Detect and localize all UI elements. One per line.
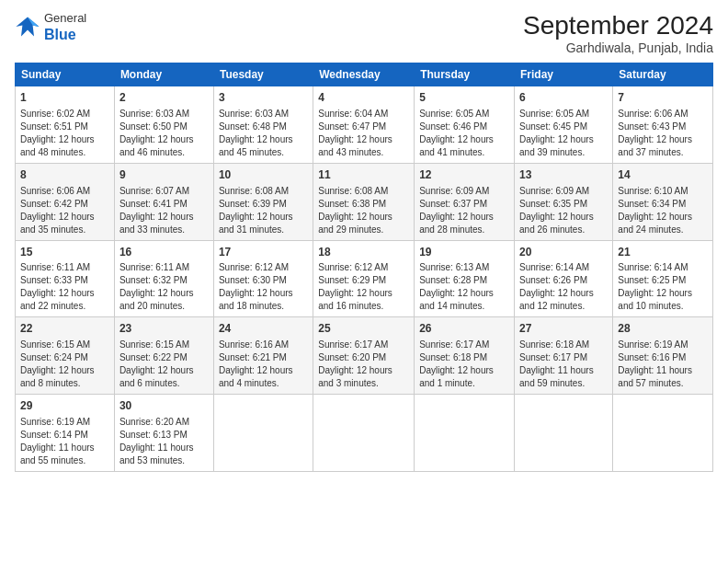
table-row: 3Sunrise: 6:03 AMSunset: 6:48 PMDaylight… [213, 86, 313, 164]
table-row: 7Sunrise: 6:06 AMSunset: 6:43 PMDaylight… [613, 86, 713, 164]
table-row: 10Sunrise: 6:08 AMSunset: 6:39 PMDayligh… [213, 163, 313, 240]
table-row: 9Sunrise: 6:07 AMSunset: 6:41 PMDaylight… [114, 163, 213, 240]
header-day-thursday: Thursday [415, 63, 515, 86]
logo: General Blue [15, 11, 86, 43]
logo-icon [15, 14, 40, 40]
table-row: 17Sunrise: 6:12 AMSunset: 6:30 PMDayligh… [213, 240, 313, 317]
table-row: 5Sunrise: 6:05 AMSunset: 6:46 PMDaylight… [415, 86, 515, 164]
logo-line1: General [44, 11, 86, 26]
logo-text: General Blue [44, 11, 86, 43]
header-day-sunday: Sunday [16, 63, 115, 86]
header-day-friday: Friday [515, 63, 613, 86]
calendar-table: SundayMondayTuesdayWednesdayThursdayFrid… [15, 63, 713, 472]
table-row: 15Sunrise: 6:11 AMSunset: 6:33 PMDayligh… [16, 240, 115, 317]
table-row: 6Sunrise: 6:05 AMSunset: 6:45 PMDaylight… [515, 86, 613, 164]
table-row: 1Sunrise: 6:02 AMSunset: 6:51 PMDaylight… [16, 86, 115, 164]
table-row: 20Sunrise: 6:14 AMSunset: 6:26 PMDayligh… [515, 240, 613, 317]
table-row: 26Sunrise: 6:17 AMSunset: 6:18 PMDayligh… [415, 317, 515, 395]
table-row: 19Sunrise: 6:13 AMSunset: 6:28 PMDayligh… [415, 240, 515, 317]
logo-line2: Blue [44, 26, 86, 43]
calendar-header: SundayMondayTuesdayWednesdayThursdayFrid… [16, 63, 713, 86]
table-row: 21Sunrise: 6:14 AMSunset: 6:25 PMDayligh… [613, 240, 713, 317]
month-title: September 2024 [523, 11, 713, 40]
table-row [515, 395, 613, 472]
table-row: 2Sunrise: 6:03 AMSunset: 6:50 PMDaylight… [114, 86, 213, 164]
table-row: 24Sunrise: 6:16 AMSunset: 6:21 PMDayligh… [213, 317, 313, 395]
table-row [613, 395, 713, 472]
header: General Blue September 2024 Garhdiwala, … [15, 11, 713, 55]
title-block: September 2024 Garhdiwala, Punjab, India [523, 11, 713, 55]
table-row: 28Sunrise: 6:19 AMSunset: 6:16 PMDayligh… [613, 317, 713, 395]
table-row [415, 395, 515, 472]
table-row [213, 395, 313, 472]
table-row: 18Sunrise: 6:12 AMSunset: 6:29 PMDayligh… [313, 240, 415, 317]
table-row: 4Sunrise: 6:04 AMSunset: 6:47 PMDaylight… [313, 86, 415, 164]
table-row: 16Sunrise: 6:11 AMSunset: 6:32 PMDayligh… [114, 240, 213, 317]
header-day-saturday: Saturday [613, 63, 713, 86]
header-day-monday: Monday [114, 63, 213, 86]
calendar-body: 1Sunrise: 6:02 AMSunset: 6:51 PMDaylight… [16, 86, 713, 472]
table-row: 27Sunrise: 6:18 AMSunset: 6:17 PMDayligh… [515, 317, 613, 395]
page-container: General Blue September 2024 Garhdiwala, … [0, 0, 728, 479]
table-row: 29Sunrise: 6:19 AMSunset: 6:14 PMDayligh… [16, 395, 115, 472]
table-row: 25Sunrise: 6:17 AMSunset: 6:20 PMDayligh… [313, 317, 415, 395]
header-day-tuesday: Tuesday [213, 63, 313, 86]
header-day-wednesday: Wednesday [313, 63, 415, 86]
table-row: 22Sunrise: 6:15 AMSunset: 6:24 PMDayligh… [16, 317, 115, 395]
table-row: 14Sunrise: 6:10 AMSunset: 6:34 PMDayligh… [613, 163, 713, 240]
table-row: 23Sunrise: 6:15 AMSunset: 6:22 PMDayligh… [114, 317, 213, 395]
table-row: 12Sunrise: 6:09 AMSunset: 6:37 PMDayligh… [415, 163, 515, 240]
table-row: 8Sunrise: 6:06 AMSunset: 6:42 PMDaylight… [16, 163, 115, 240]
location: Garhdiwala, Punjab, India [523, 40, 713, 55]
table-row: 13Sunrise: 6:09 AMSunset: 6:35 PMDayligh… [515, 163, 613, 240]
table-row: 30Sunrise: 6:20 AMSunset: 6:13 PMDayligh… [114, 395, 213, 472]
table-row: 11Sunrise: 6:08 AMSunset: 6:38 PMDayligh… [313, 163, 415, 240]
table-row [313, 395, 415, 472]
svg-marker-0 [16, 17, 39, 37]
